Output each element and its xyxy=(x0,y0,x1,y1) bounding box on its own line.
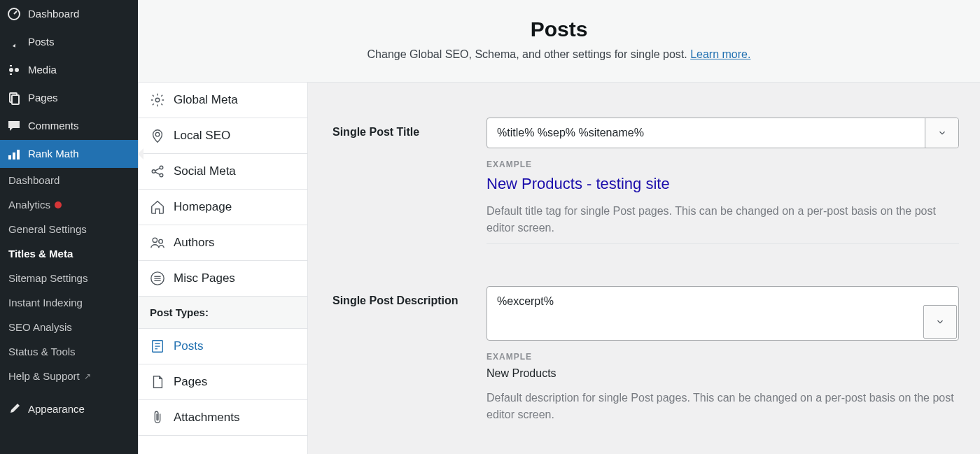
sidebar-item-pages[interactable]: Pages xyxy=(0,84,138,112)
settings-panel: Single Post Title EXAMPLE New Products -… xyxy=(308,83,980,454)
tab-global-meta[interactable]: Global Meta xyxy=(139,83,307,118)
gauge-icon xyxy=(7,7,21,21)
single-post-description-input[interactable] xyxy=(487,287,958,340)
sidebar-label: Pages xyxy=(28,91,58,105)
sidebar-label: Comments xyxy=(28,119,79,133)
submenu-titles-meta[interactable]: Titles & Meta xyxy=(0,241,138,266)
field-label: Single Post Title xyxy=(332,118,486,265)
tab-posts[interactable]: Posts xyxy=(139,329,307,364)
tab-local-seo[interactable]: Local SEO xyxy=(139,118,307,154)
external-link-icon: ↗ xyxy=(84,371,91,381)
page-description: Change Global SEO, Schema, and other set… xyxy=(152,48,966,61)
submenu-dashboard[interactable]: Dashboard xyxy=(0,168,138,192)
gear-icon xyxy=(150,92,165,108)
svg-point-10 xyxy=(152,170,155,173)
pages-icon xyxy=(7,91,21,105)
paperclip-icon xyxy=(150,410,165,425)
field-single-post-description: Single Post Description EXAMPLE New Prod… xyxy=(332,286,959,423)
svg-point-1 xyxy=(9,68,13,72)
svg-rect-5 xyxy=(8,155,11,159)
page-title: Posts xyxy=(152,17,966,41)
tab-attachments[interactable]: Attachments xyxy=(139,400,307,436)
field-single-post-title: Single Post Title EXAMPLE New Products -… xyxy=(332,118,959,265)
sidebar-item-comments[interactable]: Comments xyxy=(0,112,138,140)
page-header: Posts Change Global SEO, Schema, and oth… xyxy=(138,0,980,83)
chevron-down-icon xyxy=(935,317,945,327)
example-label: EXAMPLE xyxy=(486,352,959,362)
example-desc-preview: New Products xyxy=(486,367,959,380)
title-input-wrap xyxy=(486,118,959,148)
sidebar-item-rankmath[interactable]: Rank Math xyxy=(0,140,138,168)
sidebar-label: Appearance xyxy=(28,402,85,416)
tab-misc-pages[interactable]: Misc Pages xyxy=(139,261,307,297)
sidebar-label: Posts xyxy=(28,35,55,49)
submenu-analytics[interactable]: Analytics xyxy=(0,192,138,217)
chevron-down-icon xyxy=(937,128,947,138)
svg-point-2 xyxy=(15,68,19,72)
tab-homepage[interactable]: Homepage xyxy=(139,190,307,225)
svg-line-13 xyxy=(155,168,160,171)
svg-line-14 xyxy=(155,172,160,175)
example-label: EXAMPLE xyxy=(486,159,959,169)
list-icon xyxy=(150,271,165,286)
submenu-seo-analysis[interactable]: SEO Analysis xyxy=(0,315,138,339)
pin-icon xyxy=(7,35,21,49)
svg-point-8 xyxy=(155,98,160,102)
media-icon xyxy=(7,63,21,77)
variable-dropdown-button[interactable] xyxy=(925,118,958,148)
settings-tabs: Global Meta Local SEO Social Meta Homepa… xyxy=(138,83,308,454)
title-help-text: Default title tag for single Post pages.… xyxy=(486,203,959,236)
submenu-status-tools[interactable]: Status & Tools xyxy=(0,339,138,364)
brush-icon xyxy=(7,402,21,416)
desc-input-wrap xyxy=(486,286,959,341)
svg-rect-6 xyxy=(13,152,15,159)
users-icon xyxy=(150,235,165,250)
content-area: Posts Change Global SEO, Schema, and oth… xyxy=(138,0,980,454)
svg-point-9 xyxy=(155,132,160,136)
tab-pages[interactable]: Pages xyxy=(139,364,307,400)
svg-rect-7 xyxy=(17,150,20,159)
svg-point-11 xyxy=(160,166,163,169)
body-row: Global Meta Local SEO Social Meta Homepa… xyxy=(138,83,980,454)
field-label: Single Post Description xyxy=(332,286,486,423)
share-icon xyxy=(150,164,165,179)
svg-point-12 xyxy=(160,173,163,177)
submenu-help-support[interactable]: Help & Support↗ xyxy=(0,364,138,388)
tab-social-meta[interactable]: Social Meta xyxy=(139,154,307,190)
notification-dot-icon xyxy=(55,201,62,208)
example-title-preview: New Products - testing site xyxy=(486,175,959,193)
location-icon xyxy=(150,128,165,143)
page-icon xyxy=(150,374,165,390)
submenu-general-settings[interactable]: General Settings xyxy=(0,217,138,241)
home-icon xyxy=(150,199,165,215)
submenu-sitemap[interactable]: Sitemap Settings xyxy=(0,266,138,290)
post-icon xyxy=(150,339,165,354)
variable-dropdown-button[interactable] xyxy=(923,305,957,339)
wp-admin-sidebar: Dashboard Posts Media Pages Comments Ran… xyxy=(0,0,138,454)
comment-icon xyxy=(7,119,21,133)
sidebar-item-media[interactable]: Media xyxy=(0,56,138,84)
tab-section-label: Post Types: xyxy=(139,297,307,329)
rankmath-icon xyxy=(7,147,21,161)
sidebar-label: Media xyxy=(28,63,57,77)
learn-more-link[interactable]: Learn more. xyxy=(690,48,750,60)
sidebar-item-appearance[interactable]: Appearance xyxy=(0,395,138,423)
single-post-title-input[interactable] xyxy=(487,118,925,148)
submenu-instant-indexing[interactable]: Instant Indexing xyxy=(0,290,138,315)
sidebar-label: Rank Math xyxy=(28,147,79,161)
field-divider xyxy=(486,243,959,244)
svg-point-16 xyxy=(159,239,163,243)
sidebar-item-posts[interactable]: Posts xyxy=(0,28,138,56)
sidebar-label: Dashboard xyxy=(28,7,79,21)
svg-point-15 xyxy=(153,238,157,242)
svg-rect-4 xyxy=(12,95,19,104)
desc-help-text: Default description for single Post page… xyxy=(486,390,959,423)
sidebar-item-dashboard[interactable]: Dashboard xyxy=(0,0,138,28)
tab-authors[interactable]: Authors xyxy=(139,225,307,261)
